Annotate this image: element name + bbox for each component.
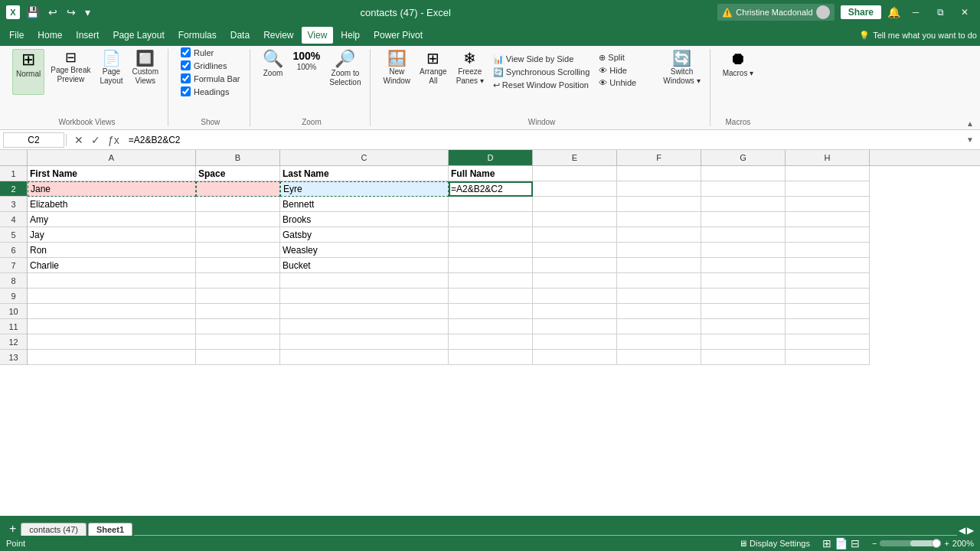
cell-c5[interactable]: Gatsby — [280, 227, 449, 243]
col-header-d[interactable]: D — [449, 150, 533, 165]
cell-h2[interactable] — [786, 181, 870, 197]
cell-c7[interactable]: Bucket — [280, 258, 449, 273]
ribbon-btn-zoom-100[interactable]: 100% 100% — [290, 49, 324, 95]
cell-a11[interactable] — [28, 319, 196, 334]
row-num-11[interactable]: 11 — [0, 319, 27, 334]
cell-b6[interactable] — [196, 243, 280, 258]
row-num-10[interactable]: 10 — [0, 304, 27, 319]
cell-h4[interactable] — [786, 212, 870, 227]
cell-b11[interactable] — [196, 319, 280, 334]
ribbon-btn-normal[interactable]: ⊞ Normal — [12, 49, 44, 95]
zoom-slider-thumb[interactable] — [932, 539, 941, 548]
minimize-button[interactable]: ─ — [906, 3, 925, 21]
cell-c1[interactable]: Last Name — [280, 166, 449, 181]
cell-h8[interactable] — [786, 273, 870, 289]
row-num-2[interactable]: 2 — [0, 181, 27, 197]
cell-b10[interactable] — [196, 304, 280, 319]
normal-view-status-icon[interactable]: ⊞ — [822, 537, 831, 549]
cell-g2[interactable] — [701, 181, 786, 197]
cell-c8[interactable] — [280, 273, 449, 289]
cell-b7[interactable] — [196, 258, 280, 273]
cell-d11[interactable] — [449, 319, 533, 334]
row-num-9[interactable]: 9 — [0, 289, 27, 304]
ribbon-btn-zoom-selection[interactable]: 🔎 Zoom toSelection — [326, 49, 364, 95]
cell-d4[interactable] — [449, 212, 533, 227]
menu-insert[interactable]: Insert — [70, 27, 105, 44]
formula-expand-button[interactable]: ▼ — [963, 135, 977, 144]
cell-e2[interactable] — [533, 181, 617, 197]
cell-a10[interactable] — [28, 304, 196, 319]
cell-e12[interactable] — [533, 334, 617, 350]
col-header-f[interactable]: F — [617, 150, 701, 165]
cell-f4[interactable] — [617, 212, 701, 227]
formula-bar-checkbox[interactable] — [181, 73, 191, 83]
close-button[interactable]: ✕ — [956, 3, 974, 21]
cell-e8[interactable] — [533, 273, 617, 289]
cell-b9[interactable] — [196, 289, 280, 304]
row-num-3[interactable]: 3 — [0, 197, 27, 212]
cell-b13[interactable] — [196, 350, 280, 365]
cell-e13[interactable] — [533, 350, 617, 365]
cell-b1[interactable]: Space — [196, 166, 280, 181]
cell-a9[interactable] — [28, 289, 196, 304]
cell-a12[interactable] — [28, 334, 196, 350]
cell-g11[interactable] — [701, 319, 786, 334]
cell-c13[interactable] — [280, 350, 449, 365]
cell-d3[interactable] — [449, 197, 533, 212]
cell-f7[interactable] — [617, 258, 701, 273]
save-qat-button[interactable]: 💾 — [23, 5, 42, 20]
cell-b4[interactable] — [196, 212, 280, 227]
cell-f3[interactable] — [617, 197, 701, 212]
cell-c11[interactable] — [280, 319, 449, 334]
menu-power-pivot[interactable]: Power Pivot — [368, 27, 429, 44]
ruler-checkbox-row[interactable]: Ruler — [178, 47, 243, 58]
menu-formulas[interactable]: Formulas — [172, 27, 223, 44]
undo-qat-button[interactable]: ↩ — [45, 5, 60, 20]
cell-d2[interactable]: =A2&B2&C2 — [449, 181, 533, 197]
cell-g5[interactable] — [701, 227, 786, 243]
reset-position-btn[interactable]: ↩ Reset Window Position — [490, 80, 593, 91]
cell-e11[interactable] — [533, 319, 617, 334]
cell-h9[interactable] — [786, 289, 870, 304]
cell-f1[interactable] — [617, 166, 701, 181]
row-num-6[interactable]: 6 — [0, 243, 27, 258]
cell-c6[interactable]: Weasley — [280, 243, 449, 258]
col-header-a[interactable]: A — [28, 150, 196, 165]
cell-e7[interactable] — [533, 258, 617, 273]
cell-h13[interactable] — [786, 350, 870, 365]
cell-a8[interactable] — [28, 273, 196, 289]
cell-f11[interactable] — [617, 319, 701, 334]
ribbon-btn-switch-windows[interactable]: 🔄 SwitchWindows ▾ — [660, 49, 703, 95]
tell-me-area[interactable]: 💡 Tell me what you want to do — [859, 31, 977, 41]
headings-checkbox[interactable] — [181, 86, 191, 96]
cell-e1[interactable] — [533, 166, 617, 181]
hide-btn[interactable]: 👁 Hide — [596, 65, 657, 76]
ribbon-collapse-button[interactable]: ▲ — [966, 119, 974, 128]
cell-e6[interactable] — [533, 243, 617, 258]
cell-d8[interactable] — [449, 273, 533, 289]
view-side-by-side-btn[interactable]: 📊 View Side by Side — [490, 54, 593, 65]
row-num-12[interactable]: 12 — [0, 334, 27, 350]
cell-g6[interactable] — [701, 243, 786, 258]
zoom-out-button[interactable]: − — [872, 539, 877, 548]
menu-page-layout[interactable]: Page Layout — [106, 27, 170, 44]
col-header-h[interactable]: H — [786, 150, 870, 165]
cell-h11[interactable] — [786, 319, 870, 334]
split-btn[interactable]: ⊕ Split — [596, 52, 657, 64]
ribbon-btn-arrange-all[interactable]: ⊞ ArrangeAll — [416, 49, 450, 95]
cell-f2[interactable] — [617, 181, 701, 197]
menu-file[interactable]: File — [3, 27, 30, 44]
sheet-tab-sheet1[interactable]: Sheet1 — [88, 523, 132, 536]
cell-d9[interactable] — [449, 289, 533, 304]
zoom-in-button[interactable]: + — [944, 539, 949, 548]
ribbon-btn-page-break[interactable]: ⊟ Page BreakPreview — [47, 49, 93, 95]
col-header-g[interactable]: G — [701, 150, 786, 165]
undo-arrow[interactable]: ↪ — [64, 5, 79, 20]
cell-g12[interactable] — [701, 334, 786, 350]
page-break-status-icon[interactable]: ⊟ — [851, 537, 860, 549]
row-num-7[interactable]: 7 — [0, 258, 27, 273]
cell-g13[interactable] — [701, 350, 786, 365]
cell-h10[interactable] — [786, 304, 870, 319]
ribbon-btn-zoom[interactable]: 🔍 Zoom — [260, 49, 287, 95]
ribbon-btn-macros[interactable]: ⏺ Macros ▾ — [720, 49, 757, 95]
